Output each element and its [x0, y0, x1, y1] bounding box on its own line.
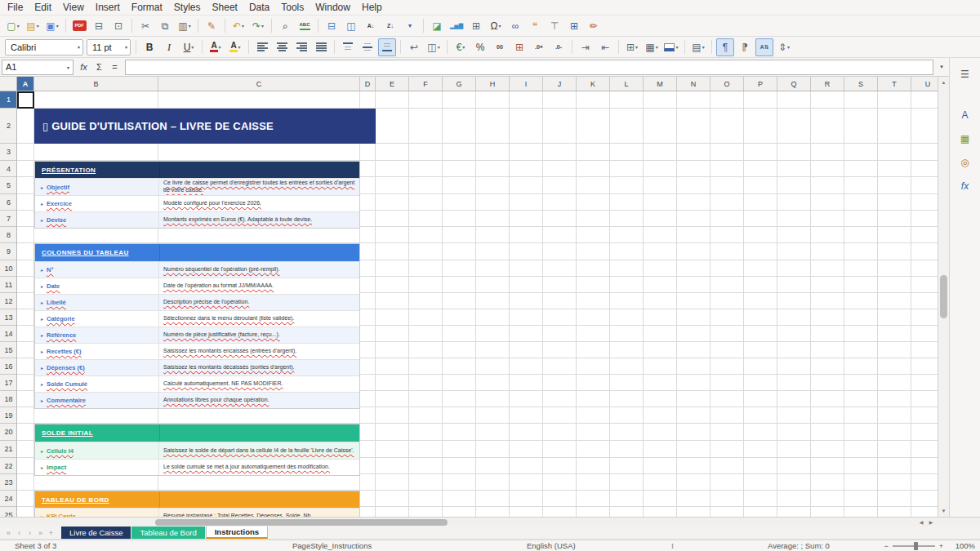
spelling-button[interactable]: ABC	[296, 17, 314, 35]
menu-view[interactable]: View	[57, 1, 90, 14]
insert-hyperlink-button[interactable]: ∞	[506, 17, 524, 35]
left-to-right-button[interactable]: ¶	[716, 38, 734, 56]
column-header-u[interactable]: U	[911, 77, 938, 91]
column-header-g[interactable]: G	[443, 77, 476, 91]
row-header-18[interactable]: 18	[0, 391, 17, 407]
vertical-scrollbar-thumb[interactable]	[940, 275, 947, 318]
scroll-down-icon[interactable]: ▼	[938, 505, 949, 517]
wrap-text-button[interactable]: ↩	[405, 38, 423, 56]
menu-data[interactable]: Data	[243, 1, 275, 14]
column-header-j[interactable]: J	[543, 77, 577, 91]
menu-edit[interactable]: Edit	[29, 1, 57, 14]
menu-help[interactable]: Help	[356, 1, 388, 14]
guide-desc-cell[interactable]: Annotations libres pour chaque opération…	[159, 393, 359, 408]
next-sheet-button[interactable]: ›	[24, 529, 35, 537]
insert-comment-button[interactable]: ❝	[526, 17, 544, 35]
format-as-date-button[interactable]: ⊞	[510, 38, 528, 56]
sidebar-settings-icon[interactable]: ☰	[956, 64, 975, 84]
guide-label-cell[interactable]: ▸N°	[35, 262, 159, 278]
guide-desc-cell[interactable]: Sélectionnez dans le menu déroulant (lis…	[159, 311, 359, 327]
guide-label-cell[interactable]: ▸Cellule I4	[35, 442, 159, 459]
insert-image-button[interactable]: ◪	[428, 17, 446, 35]
guide-desc-cell[interactable]: Saisissez les montants décaissés (sortie…	[159, 360, 359, 375]
conditional-formatting-dropdown-arrow[interactable]: ▾	[702, 44, 705, 50]
functions-icon[interactable]: fx	[956, 176, 975, 196]
font-color-dropdown-arrow[interactable]: ▾	[219, 44, 221, 50]
guide-desc-cell[interactable]: Ce livre de caisse permet d'enregistrer …	[159, 179, 359, 195]
guide-desc-cell[interactable]: Le solde cumulé se met à jour automatiqu…	[159, 460, 359, 475]
italic-button[interactable]: I	[160, 38, 178, 56]
align-center-button[interactable]	[273, 38, 291, 56]
column-header-n[interactable]: N	[677, 77, 710, 91]
row-header-19[interactable]: 19	[0, 407, 17, 424]
column-header-t[interactable]: T	[878, 77, 911, 91]
align-left-button[interactable]	[253, 38, 271, 56]
headers-and-footers-button[interactable]: ⊤	[546, 17, 564, 35]
section-header-cell[interactable]: SOLDE INITIAL	[35, 424, 359, 442]
merge-cells-button[interactable]: ◫▾	[425, 38, 443, 56]
guide-label-cell[interactable]: ▸Catégorie	[35, 311, 159, 327]
guide-desc-cell[interactable]: Numéro séquentiel de l'opération (pré-re…	[159, 262, 359, 278]
autofilter-button[interactable]: ▼	[401, 17, 419, 35]
row-header-6[interactable]: 6	[0, 194, 17, 211]
column-header-s[interactable]: S	[844, 77, 878, 91]
column-header-d[interactable]: D	[360, 77, 376, 91]
format-as-currency-dropdown-arrow[interactable]: ▾	[462, 44, 465, 50]
sort-descending-button[interactable]: Z↓	[381, 17, 399, 35]
increase-indent-button[interactable]: ⇥	[577, 38, 595, 56]
row-header-8[interactable]: 8	[0, 227, 17, 243]
row-header-1[interactable]: 1	[0, 91, 17, 109]
font-color-button[interactable]: A▾	[207, 38, 225, 56]
menu-tools[interactable]: Tools	[275, 1, 310, 14]
border-color-button[interactable]: ▾	[662, 38, 680, 56]
section-header-cell[interactable]: PRÉSENTATION	[35, 162, 359, 178]
language-status[interactable]: English (USA)	[527, 541, 576, 551]
guide-label-cell[interactable]: ▸Date	[35, 278, 159, 294]
row-header-4[interactable]: 4	[0, 161, 17, 177]
sort-ascending-button[interactable]: A↓	[362, 17, 380, 35]
select-all-corner[interactable]	[0, 77, 17, 91]
zoom-level[interactable]: 100%	[951, 541, 975, 550]
column-header-r[interactable]: R	[811, 77, 844, 91]
horizontal-scrollbar-thumb[interactable]	[155, 519, 448, 526]
properties-icon[interactable]: A	[956, 105, 975, 125]
save-dropdown-arrow[interactable]: ▾	[56, 23, 59, 29]
first-sheet-button[interactable]: «	[3, 529, 14, 537]
format-as-currency-button[interactable]: €▾	[452, 38, 470, 56]
column-header-o[interactable]: O	[710, 77, 744, 91]
guide-desc-cell[interactable]: Description précise de l'opération.	[159, 295, 359, 310]
redo-dropdown-arrow[interactable]: ▾	[261, 23, 264, 29]
highlighting-color-dropdown-arrow[interactable]: ▾	[238, 44, 241, 50]
row-header-10[interactable]: 10	[0, 260, 17, 277]
column-header-p[interactable]: P	[744, 77, 777, 91]
bold-button[interactable]: B	[140, 38, 158, 56]
menu-window[interactable]: Window	[310, 1, 356, 14]
border-style-button[interactable]: ▦▾	[643, 38, 661, 56]
align-top-button[interactable]	[339, 38, 357, 56]
expand-formula-bar-icon[interactable]: ▾	[936, 64, 947, 70]
guide-desc-cell[interactable]: Date de l'opération au format JJ/MM/AAAA…	[159, 278, 359, 294]
scroll-up-icon[interactable]: ▲	[938, 77, 949, 88]
sheet-tab-tableau-de-bord[interactable]: Tableau de Bord	[131, 527, 204, 539]
right-to-left-button[interactable]: ⁋	[736, 38, 754, 56]
borders-dropdown-arrow[interactable]: ▾	[635, 44, 638, 50]
vertical-scrollbar[interactable]: ▲ ▼	[938, 77, 949, 517]
chevron-down-icon[interactable]: ▾	[78, 44, 80, 50]
column-header-c[interactable]: C	[158, 77, 360, 91]
column-header-h[interactable]: H	[476, 77, 510, 91]
row-header-21[interactable]: 21	[0, 441, 17, 458]
selection-stats[interactable]: Average: ; Sum: 0	[768, 541, 830, 551]
zoom-in-button[interactable]: +	[939, 542, 943, 550]
toggle-print-preview-button[interactable]: ⊡	[109, 17, 127, 35]
chevron-down-icon[interactable]: ▾	[125, 44, 127, 50]
row-header-25[interactable]: 25	[0, 507, 17, 517]
guide-label-cell[interactable]: ▸Dépenses (€)	[35, 360, 159, 375]
borders-button[interactable]: ⊞▾	[623, 38, 641, 56]
format-as-number-button[interactable]: 00	[491, 38, 509, 56]
navigator-icon[interactable]: ◎	[956, 153, 975, 172]
show-draw-functions-button[interactable]: ✏	[585, 17, 603, 35]
column-header-e[interactable]: E	[376, 77, 409, 91]
select-sum-button[interactable]: Σ	[91, 60, 107, 75]
guide-label-cell[interactable]: ▸KPI Cards	[35, 509, 159, 517]
insert-columns-before-button[interactable]: ◫	[342, 17, 360, 35]
